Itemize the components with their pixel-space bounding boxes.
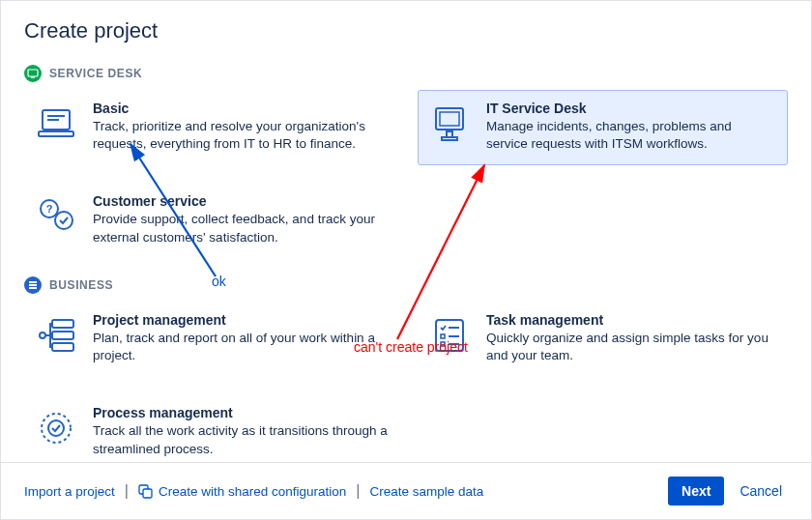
template-card-task-management[interactable]: Task management Quickly organize and ass… (418, 302, 788, 377)
card-desc: Plan, track and report on all of your wo… (93, 330, 380, 364)
process-cycle-icon (35, 405, 77, 457)
svg-rect-17 (52, 332, 73, 339)
monitor-icon (428, 101, 471, 153)
svg-rect-4 (47, 119, 59, 121)
card-title: Basic (93, 101, 380, 116)
card-title: Project management (93, 312, 380, 328)
hierarchy-icon (35, 312, 77, 364)
section-label-service-desk: SERVICE DESK (49, 67, 142, 80)
laptop-icon (35, 101, 77, 153)
svg-rect-21 (449, 327, 459, 329)
shared-config-label: Create with shared configuration (159, 484, 346, 499)
create-shared-config-link[interactable]: Create with shared configuration (138, 484, 346, 499)
section-header-business: BUSINESS (24, 276, 788, 294)
svg-rect-29 (143, 489, 152, 498)
svg-rect-7 (440, 112, 459, 126)
svg-rect-1 (31, 77, 35, 78)
footer-separator: | (125, 482, 129, 500)
card-desc: Manage incidents, changes, problems and … (486, 118, 773, 153)
page-title: Create project (1, 1, 811, 47)
svg-point-26 (42, 414, 71, 443)
svg-rect-22 (441, 334, 445, 338)
svg-rect-0 (28, 70, 38, 76)
section-header-service-desk: SERVICE DESK (24, 65, 788, 82)
create-project-dialog: Create project SERVICE DESK (0, 0, 812, 520)
template-card-basic[interactable]: Basic Track, prioritize and resolve your… (24, 90, 394, 165)
service-desk-row-1: Basic Track, prioritize and resolve your… (24, 90, 788, 165)
shared-config-icon (138, 484, 153, 499)
svg-point-19 (40, 332, 45, 338)
create-sample-data-link[interactable]: Create sample data (369, 484, 483, 499)
dialog-footer: Import a project | Create with shared co… (1, 462, 811, 519)
template-card-it-service-desk[interactable]: IT Service Desk Manage incidents, change… (418, 90, 788, 165)
svg-rect-14 (29, 284, 37, 286)
svg-rect-23 (449, 335, 459, 337)
svg-rect-18 (52, 343, 73, 351)
svg-rect-3 (47, 115, 65, 117)
card-title: Task management (486, 312, 773, 328)
service-desk-badge-icon (24, 65, 42, 82)
template-card-customer-service[interactable]: ? Customer service Provide support, coll… (24, 183, 420, 258)
card-title: IT Service Desk (486, 101, 773, 116)
card-title: Process management (93, 405, 405, 420)
section-label-business: BUSINESS (49, 278, 113, 292)
card-desc: Quickly organize and assign simple tasks… (486, 330, 773, 364)
business-row-1: Project management Plan, track and repor… (24, 302, 788, 377)
svg-point-12 (55, 212, 72, 229)
business-row-2: Process management Track all the work ac… (24, 394, 788, 470)
svg-rect-9 (442, 137, 457, 140)
checklist-icon (428, 312, 471, 364)
svg-rect-15 (29, 287, 37, 289)
card-title: Customer service (93, 193, 405, 209)
next-button[interactable]: Next (668, 477, 724, 506)
card-desc: Track, prioritize and resolve your organ… (93, 118, 380, 153)
dialog-content: SERVICE DESK Basic Track, prioritize and… (1, 47, 811, 471)
import-project-link[interactable]: Import a project (24, 484, 115, 499)
business-badge-icon (24, 276, 42, 294)
template-card-project-management[interactable]: Project management Plan, track and repor… (24, 302, 394, 377)
feedback-icon: ? (35, 193, 77, 246)
svg-rect-16 (52, 320, 73, 328)
card-desc: Track all the work activity as it transi… (93, 422, 405, 457)
card-desc: Provide support, collect feedback, and t… (93, 211, 405, 246)
cancel-button[interactable]: Cancel (734, 477, 788, 506)
service-desk-row-2: ? Customer service Provide support, coll… (24, 183, 788, 258)
svg-rect-24 (441, 342, 445, 346)
template-card-process-management[interactable]: Process management Track all the work ac… (24, 394, 420, 470)
svg-rect-13 (29, 281, 37, 283)
svg-rect-5 (39, 131, 73, 136)
svg-text:?: ? (46, 203, 53, 215)
svg-point-27 (48, 420, 64, 436)
svg-rect-25 (449, 343, 459, 345)
footer-separator: | (356, 482, 360, 500)
